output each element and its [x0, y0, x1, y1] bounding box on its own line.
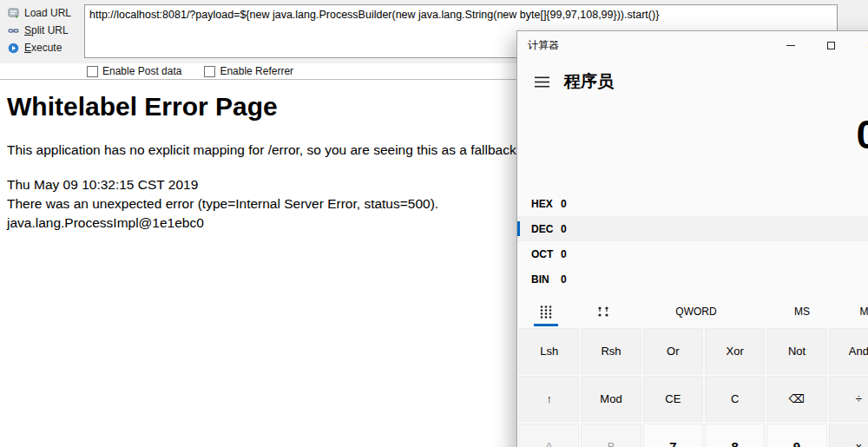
full-keypad-toggle[interactable] [517, 297, 575, 326]
key-backspace[interactable]: ⌫ [766, 376, 826, 422]
radix-row-hex[interactable]: HEX 0 [517, 191, 868, 216]
memory-store-button[interactable]: MS [761, 297, 844, 326]
key-or[interactable]: Or [643, 328, 703, 374]
key-shift[interactable]: ↑ [519, 376, 579, 422]
checkbox-icon[interactable] [87, 66, 98, 77]
key-divide[interactable]: ÷ [829, 376, 868, 422]
key-mod[interactable]: Mod [581, 376, 641, 422]
bit-keypad-toggle[interactable] [575, 297, 632, 326]
key-not[interactable]: Not [766, 328, 826, 374]
calc-display: 0 [517, 94, 868, 160]
radix-value: 0 [561, 248, 567, 260]
screen: Load URL Split URL Execute http://localh… [0, 0, 868, 447]
window-title: 计算器 [517, 38, 559, 53]
hamburger-icon [535, 76, 549, 88]
minimize-button[interactable] [771, 31, 811, 59]
calculator-window: 计算器 ✕ 程序员 0 HEX 0 [516, 30, 868, 447]
calculator-header: 程序员 [517, 69, 868, 94]
load-url-label: Load URL [24, 7, 71, 19]
key-c[interactable]: C [705, 376, 765, 422]
radix-label: DEC [531, 223, 559, 235]
mode-title: 程序员 [564, 70, 614, 93]
radix-row-dec[interactable]: DEC 0 [517, 216, 868, 241]
split-url-icon [8, 25, 19, 36]
window-controls: ✕ [771, 31, 868, 59]
key-rsh[interactable]: Rsh [581, 328, 641, 374]
enable-post-checkbox[interactable]: Enable Post data [87, 65, 181, 77]
radix-selector: HEX 0 DEC 0 OCT 0 BIN 0 [517, 191, 868, 292]
key-xor[interactable]: Xor [705, 328, 765, 374]
enable-referrer-label: Enable Referrer [220, 65, 293, 77]
enable-post-label: Enable Post data [102, 65, 181, 77]
radix-accent-bar [517, 196, 520, 211]
radix-accent-bar [517, 247, 520, 261]
key-8[interactable]: 8 [705, 424, 765, 447]
key-multiply[interactable]: × [829, 424, 868, 447]
key-ce[interactable]: CE [643, 376, 703, 422]
radix-accent-bar [517, 272, 520, 286]
radix-label: OCT [531, 248, 559, 260]
bit-toggle-icon [596, 305, 610, 319]
radix-accent-bar [517, 221, 520, 236]
memory-menu-button[interactable]: M ▾ [843, 297, 868, 326]
minimize-icon [786, 45, 795, 46]
full-keypad-icon [539, 305, 553, 319]
radix-row-bin[interactable]: BIN 0 [517, 266, 868, 292]
radix-row-oct[interactable]: OCT 0 [517, 241, 868, 266]
radix-label: BIN [531, 273, 559, 286]
maximize-icon [827, 42, 835, 49]
split-url-label: Split URL [24, 24, 69, 36]
close-button[interactable]: ✕ [851, 31, 868, 59]
key-7[interactable]: 7 [643, 424, 703, 447]
execute-label: Execute [24, 42, 62, 54]
checkbox-icon[interactable] [204, 66, 215, 77]
word-size-toggle[interactable]: QWORD [631, 297, 760, 326]
hackbar-options: Enable Post data Enable Referrer [87, 64, 293, 78]
load-url-button[interactable]: Load URL [0, 4, 83, 22]
menu-button[interactable] [533, 73, 550, 90]
key-and[interactable]: And [829, 328, 868, 374]
radix-value: 0 [561, 198, 567, 210]
split-url-button[interactable]: Split URL [0, 22, 83, 39]
key-a: A [519, 424, 579, 447]
execute-icon [8, 43, 19, 54]
key-b: B [581, 424, 641, 447]
radix-value: 0 [561, 223, 567, 235]
memory-menu-label: M [860, 306, 868, 318]
load-url-icon [8, 8, 19, 19]
radix-value: 0 [561, 273, 567, 286]
key-lsh[interactable]: Lsh [519, 328, 579, 374]
hackbar-actions: Load URL Split URL Execute [0, 4, 83, 56]
keypad-toggles: QWORD MS M ▾ [517, 297, 868, 326]
key-9[interactable]: 9 [766, 424, 826, 447]
execute-button[interactable]: Execute [0, 39, 83, 56]
radix-label: HEX [531, 198, 559, 210]
display-value: 0 [856, 111, 868, 158]
calculator-titlebar[interactable]: 计算器 ✕ [517, 31, 868, 59]
maximize-button[interactable] [811, 31, 851, 59]
calculator-keypad: Lsh Rsh Or Xor Not And ↑ Mod CE C ⌫ ÷ A … [517, 326, 868, 447]
enable-referrer-checkbox[interactable]: Enable Referrer [204, 65, 293, 77]
